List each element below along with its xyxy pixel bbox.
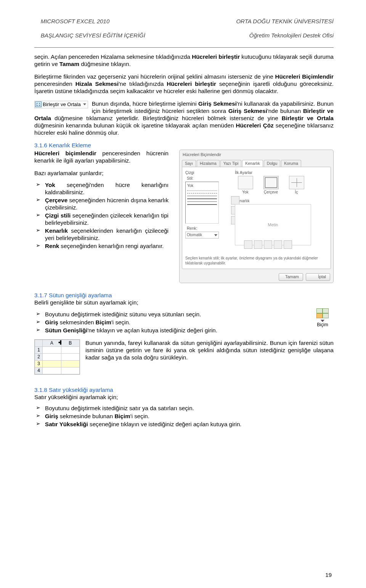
- preset-none[interactable]: Yok: [235, 176, 256, 195]
- preset-outline[interactable]: Çerçeve: [260, 176, 281, 195]
- tab-protection[interactable]: Koruma: [281, 160, 301, 167]
- list-item: Boyutunu değiştirmek istediğiniz satır y…: [34, 404, 334, 412]
- border-bottom-buttons: [244, 240, 292, 249]
- style-line-icon[interactable]: [187, 204, 217, 205]
- heading-318: 3.1.8 Satır yüksekliği ayarlama: [34, 386, 334, 393]
- dropdown-arrow-icon[interactable]: [83, 103, 86, 105]
- heading-317: 3.1.7 Sütun genişliği ayarlama: [34, 292, 334, 299]
- tab-fill[interactable]: Dolgu: [264, 160, 280, 167]
- header-left-line1: MICROSOFT EXCEL 2010: [41, 18, 110, 24]
- column-header-b: B: [61, 340, 80, 347]
- border-preview: Metin: [235, 204, 311, 245]
- merge-and-center-paragraph: Birleştir ve Ortala Bunun dışında, hücre…: [34, 100, 334, 136]
- dialog-tabs: Sayı Hizalama Yazı Tipi Kenarlık Dolgu K…: [180, 160, 333, 167]
- header-right-line2: Öğretim Teknolojileri Destek Ofisi: [249, 32, 334, 39]
- ok-button[interactable]: Tamam: [279, 273, 303, 281]
- border-button[interactable]: [264, 240, 272, 249]
- style-line-icon[interactable]: [187, 190, 217, 191]
- list-item: Çizgi stili seçeneğinden çizilecek kenar…: [34, 212, 169, 226]
- merge-center-icon: [35, 101, 42, 107]
- group-line-label: Çizgi: [185, 170, 230, 175]
- style-line-icon[interactable]: [187, 201, 217, 202]
- line-style-list[interactable]: Yok: [185, 182, 219, 224]
- paragraph-1: seçin. Açılan pencereden Hizalama sekmes…: [34, 53, 334, 68]
- dropdown-arrow-icon: [214, 234, 217, 236]
- list-item: Sütun Genişliği'ne tıklayın ve açılan ku…: [34, 327, 334, 334]
- style-line-icon[interactable]: [187, 196, 217, 196]
- merge-center-button[interactable]: Birleştir ve Ortala: [34, 101, 88, 108]
- column-header-a: A✚: [43, 340, 61, 347]
- list-item: Kenarlık seçeneklerinden kenarlığın çizi…: [34, 227, 169, 242]
- style-line-icon[interactable]: [187, 198, 217, 199]
- tab-font[interactable]: Yazı Tipi: [220, 160, 242, 167]
- header-left-line2: BAŞLANGIÇ SEVİYESİ EĞİTİM İÇERİĞİ: [41, 32, 145, 39]
- tab-number[interactable]: Sayı: [182, 160, 196, 167]
- list-item: Renk seçeneğinden kenarlığın rengi ayarl…: [34, 242, 169, 250]
- cancel-button[interactable]: İptal: [306, 273, 330, 281]
- dialog-title: Hücreleri Biçimlendir: [180, 150, 333, 160]
- column-resize-illustration: A✚ B 1 2 3 4: [34, 339, 80, 375]
- border-button[interactable]: [274, 240, 282, 249]
- row-number: 2: [35, 354, 43, 361]
- border-button[interactable]: [244, 240, 252, 249]
- group-border-label: Kenarlık: [235, 198, 327, 203]
- style-label: Stil:: [187, 176, 230, 181]
- preset-inside[interactable]: İç: [286, 176, 307, 195]
- section-316-sub: Bazı ayarlamalar şunlardır;: [34, 169, 169, 177]
- tab-border[interactable]: Kenarlık: [242, 160, 263, 167]
- list-item: Çerçeve seçeneğinden hücrenin dışına ken…: [34, 197, 169, 211]
- row-number: 3: [35, 361, 43, 367]
- row-number: 4: [35, 367, 43, 374]
- color-combo[interactable]: Otomatik: [185, 232, 219, 238]
- list-item: Satır Yüksekliği seçeneğine tıklayın ve …: [34, 420, 334, 428]
- style-line-icon[interactable]: [187, 193, 217, 193]
- paragraph-2: Birleştirme fikrinden vaz geçerseniz yan…: [34, 73, 334, 95]
- section-316-row: Hücreleri Biçimlendir Sayı Hizalama Yazı…: [34, 150, 334, 286]
- header-right-line1: ORTA DOĞU TEKNİK ÜNİVERSİTESİ: [236, 18, 334, 24]
- list-item: Yok seçeneği'nden hücre kenarlığını kald…: [34, 181, 169, 196]
- list-item: Boyutunu değiştirmek istediğiniz sütunu …: [34, 311, 334, 318]
- section-317-intro: Belirli genişlikte bir sütun ayarlamak i…: [34, 299, 334, 306]
- preview-text: Metin: [268, 222, 278, 228]
- list-item: Giriş sekmesinde bulunan Biçim'i seçin.: [34, 412, 334, 420]
- color-value: Otomatik: [187, 233, 202, 238]
- border-button[interactable]: [231, 196, 239, 205]
- border-button[interactable]: [254, 240, 262, 249]
- row-number: 1: [35, 347, 43, 354]
- merge-center-label: Birleştir ve Ortala: [43, 101, 81, 108]
- format-cells-dialog: Hücreleri Biçimlendir Sayı Hizalama Yazı…: [179, 150, 334, 283]
- list-item: Giriş sekmesinden Biçim'i seçin.: [34, 319, 334, 326]
- page-header: MICROSOFT EXCEL 2010 BAŞLANGIÇ SEVİYESİ …: [34, 0, 334, 48]
- section-316-intro: Hücreleri biçimlendir penceresinden hücr…: [34, 150, 169, 164]
- color-label: Renk:: [187, 226, 230, 231]
- section-318-intro: Satır yüksekliğini ayarlamak için;: [34, 393, 334, 401]
- group-presets-label: İlk Ayarlar: [235, 170, 327, 175]
- border-button[interactable]: [284, 240, 292, 249]
- style-none[interactable]: Yok: [187, 184, 217, 188]
- heading-316: 3.1.6 Kenarlık Ekleme: [34, 142, 334, 149]
- tab-alignment[interactable]: Hizalama: [197, 160, 220, 167]
- page-number: 19: [325, 572, 332, 579]
